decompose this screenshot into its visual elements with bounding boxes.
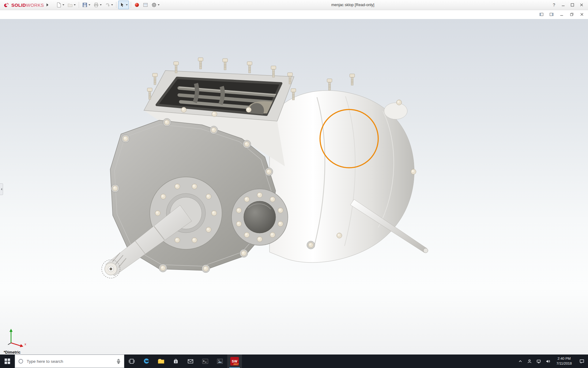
solidworks-taskbar-button[interactable]: SW 2017	[227, 355, 242, 368]
mail-button[interactable]	[183, 355, 198, 368]
window-title: menjac sklop [Read-only]	[331, 3, 374, 7]
view-orientation-label: *Dimetric	[4, 350, 21, 355]
print-button[interactable]	[92, 1, 103, 9]
minimize-button[interactable]	[559, 0, 568, 10]
doc-minimize-button[interactable]	[559, 12, 564, 17]
edge-icon	[142, 357, 150, 365]
doc-close-button[interactable]	[579, 12, 584, 17]
triad-x-label: x	[24, 342, 26, 346]
minimize-icon	[561, 3, 565, 7]
new-document-icon	[56, 2, 62, 8]
undo-button[interactable]	[104, 1, 114, 9]
doc-restore-button[interactable]	[569, 12, 574, 17]
undo-icon	[105, 2, 110, 8]
appearances-sphere-icon	[134, 2, 140, 8]
housing-body	[270, 90, 416, 263]
command-prompt-button[interactable]	[198, 355, 213, 368]
solidworks-app-icon: SW 2017	[230, 357, 239, 366]
people-button[interactable]	[525, 355, 534, 368]
help-button[interactable]: ?	[549, 0, 559, 10]
design-table-icon	[143, 2, 148, 8]
toolbar-separator	[116, 2, 116, 8]
edge-button[interactable]	[139, 355, 154, 368]
select-cursor-button[interactable]	[118, 1, 129, 9]
volume-button[interactable]	[543, 355, 552, 368]
photos-icon	[216, 357, 224, 365]
document-window-bar	[0, 10, 588, 19]
doc-close-icon	[580, 12, 584, 17]
brand-secondary: WORKS	[26, 2, 44, 8]
maximize-button[interactable]	[568, 0, 577, 10]
close-button[interactable]	[577, 0, 586, 10]
store-icon	[172, 358, 179, 365]
brand-primary: SOLID	[11, 2, 26, 8]
brand-name: SOLIDWORKS	[11, 2, 44, 8]
menu-expand-button[interactable]	[45, 1, 50, 9]
design-table-button[interactable]	[141, 1, 149, 9]
cortana-icon	[18, 358, 24, 364]
close-icon	[580, 3, 583, 7]
pane-left-button[interactable]	[539, 12, 544, 17]
taskbar-search[interactable]	[15, 355, 124, 368]
pane-right-icon	[549, 12, 554, 17]
photos-button[interactable]	[213, 355, 227, 368]
action-center-icon	[579, 358, 585, 364]
task-view-button[interactable]	[124, 355, 139, 368]
taskbar-apps: SW 2017	[124, 355, 242, 368]
graphics-viewport[interactable]: x *Dimetric	[0, 19, 588, 355]
task-view-icon	[128, 358, 135, 365]
solidworks-logo-icon	[3, 2, 10, 8]
people-icon	[527, 359, 532, 364]
open-folder-icon	[67, 2, 73, 8]
taskbar: SW 2017	[0, 355, 588, 368]
network-icon	[536, 359, 541, 364]
network-button[interactable]	[534, 355, 543, 368]
doc-restore-icon	[570, 12, 574, 17]
save-button[interactable]	[81, 1, 92, 9]
maximize-icon	[571, 3, 574, 7]
chevron-left-icon	[1, 188, 2, 190]
quick-access-toolbar	[55, 1, 161, 9]
appearances-button[interactable]	[133, 1, 141, 9]
options-button[interactable]	[150, 1, 161, 9]
file-explorer-button[interactable]	[154, 355, 168, 368]
system-tray: 2:40 PM 7/11/2018	[516, 355, 588, 368]
orientation-triad: x	[4, 327, 28, 347]
feature-panel-collapse-tab[interactable]	[0, 183, 3, 195]
pane-left-icon	[539, 12, 544, 17]
clock-button[interactable]: 2:40 PM 7/11/2018	[552, 355, 576, 368]
select-cursor-icon	[119, 2, 125, 8]
microphone-icon[interactable]	[116, 359, 121, 364]
save-icon	[82, 2, 88, 8]
titlebar: SOLIDWORKS	[0, 0, 588, 10]
file-explorer-icon	[157, 357, 165, 365]
toolbar-separator	[79, 2, 79, 8]
action-center-button[interactable]	[576, 355, 588, 368]
chevron-up-icon	[518, 359, 523, 364]
start-button[interactable]	[0, 355, 15, 368]
options-gear-icon	[151, 2, 157, 8]
cover-flange	[232, 189, 288, 245]
clock-time: 2:40 PM	[552, 356, 576, 361]
gearbox-model[interactable]	[0, 19, 588, 355]
window-controls: ?	[549, 0, 586, 10]
hidden-icons-button[interactable]	[516, 355, 525, 368]
search-input[interactable]	[26, 359, 114, 364]
command-prompt-icon	[201, 357, 209, 365]
open-button[interactable]	[66, 1, 77, 9]
document-window-controls	[539, 12, 584, 17]
windows-logo-icon	[5, 358, 10, 364]
solidworks-brand: SOLIDWORKS	[0, 2, 45, 8]
doc-minimize-icon	[560, 12, 564, 17]
new-document-button[interactable]	[55, 1, 66, 9]
store-button[interactable]	[168, 355, 183, 368]
print-icon	[93, 2, 99, 8]
mail-icon	[187, 358, 194, 365]
volume-icon	[545, 359, 550, 364]
sw-year: 2017	[233, 363, 239, 366]
clock-date: 7/11/2018	[552, 361, 576, 366]
toolbar-separator	[131, 2, 131, 8]
pane-right-button[interactable]	[549, 12, 554, 17]
